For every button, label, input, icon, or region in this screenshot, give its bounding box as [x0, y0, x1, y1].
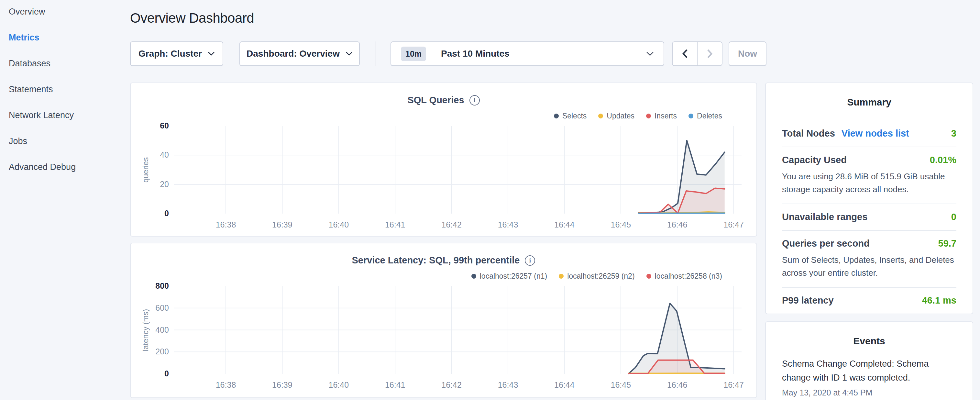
events-panel: Events Schema Change Completed: Schema c…: [765, 321, 973, 400]
time-forward-button[interactable]: [697, 42, 722, 65]
legend-label: Updates: [607, 112, 635, 120]
legend-item[interactable]: localhost:26257 (n1): [471, 272, 547, 280]
legend-dot: [646, 113, 651, 118]
graph-dropdown-label: Graph: Cluster: [138, 49, 202, 59]
y-axis-tick: 0: [131, 209, 169, 218]
summary-row-description: Sum of Selects, Updates, Inserts, and De…: [782, 253, 956, 279]
summary-row: P99 latency46.1 ms: [782, 287, 956, 314]
info-icon[interactable]: i: [469, 95, 480, 105]
legend-dot: [559, 274, 563, 279]
summary-row-top: Capacity Used0.01%: [782, 155, 956, 166]
x-axis-tick: 16:45: [611, 380, 631, 390]
x-axis-tick: 16:39: [272, 220, 293, 229]
view-nodes-link[interactable]: View nodes list: [842, 128, 909, 139]
summary-row: Total NodesView nodes list3: [782, 121, 956, 147]
legend-item[interactable]: Deletes: [689, 112, 722, 120]
summary-row: Capacity Used0.01%You are using 28.6 MiB…: [782, 147, 956, 204]
legend-item[interactable]: localhost:26258 (n3): [646, 272, 722, 280]
time-range-badge: 10m: [401, 46, 426, 61]
sidebar-item-databases[interactable]: Databases: [9, 59, 130, 68]
time-back-button[interactable]: [673, 42, 697, 65]
sidebar-item-jobs[interactable]: Jobs: [9, 137, 130, 146]
summary-row: Queries per second59.7Sum of Selects, Up…: [782, 230, 956, 287]
summary-row-label: Queries per second: [782, 238, 870, 249]
summary-row-label: Unavailable ranges: [782, 212, 867, 222]
chevron-right-icon: [706, 49, 713, 59]
legend-label: localhost:26257 (n1): [480, 272, 547, 280]
event-timestamp: May 13, 2020 at 4:45 PM: [782, 388, 956, 397]
sidebar-item-advanced-debug[interactable]: Advanced Debug: [9, 163, 130, 172]
x-axis-tick: 16:46: [667, 380, 687, 390]
summary-row-label: Total Nodes: [782, 128, 835, 139]
x-axis-tick: 16:46: [667, 220, 687, 229]
sql-queries-chart-card: SQL Queries i SelectsUpdatesInsertsDelet…: [130, 83, 757, 237]
legend-item[interactable]: localhost:26259 (n2): [559, 272, 635, 280]
legend-label: Inserts: [654, 112, 677, 120]
chevron-down-icon: [208, 51, 215, 56]
service-latency-chart-card: Service Latency: SQL, 99th percentile i …: [130, 243, 757, 398]
x-axis-tick: 16:39: [272, 380, 293, 390]
legend-label: Deletes: [697, 112, 722, 120]
legend-item[interactable]: Inserts: [646, 112, 677, 120]
chevron-left-icon: [682, 49, 688, 59]
x-axis-tick: 16:40: [329, 220, 349, 229]
x-axis-tick: 16:47: [724, 220, 744, 229]
sidebar-item-metrics[interactable]: Metrics: [9, 33, 130, 42]
dashboard-dropdown[interactable]: Dashboard: Overview: [239, 41, 360, 66]
summary-row-value: 3: [951, 128, 956, 139]
legend-dot: [471, 274, 476, 279]
x-axis-tick: 16:41: [385, 380, 406, 390]
legend-item[interactable]: Updates: [598, 112, 635, 120]
event-item[interactable]: Schema Change Completed: Schema change w…: [782, 357, 956, 397]
x-axis-tick: 16:44: [554, 220, 574, 229]
dashboard-dropdown-label: Dashboard: Overview: [247, 49, 340, 59]
y-axis-tick: 600: [131, 303, 169, 313]
chart-legend: localhost:26257 (n1)localhost:26259 (n2)…: [471, 272, 722, 280]
time-range-picker[interactable]: 10m Past 10 Minutes: [390, 41, 664, 66]
chart-plot-area[interactable]: [174, 286, 741, 374]
chart-title: SQL Queries: [407, 95, 464, 105]
y-axis-tick: 400: [131, 325, 169, 335]
graph-dropdown[interactable]: Graph: Cluster: [130, 41, 223, 66]
x-axis-tick: 16:42: [441, 220, 462, 229]
legend-label: Selects: [562, 112, 587, 120]
chart-plot-area[interactable]: [174, 126, 741, 214]
y-axis-tick: 20: [131, 179, 169, 189]
summary-row-label: Capacity Used: [782, 155, 847, 166]
sidebar-item-network-latency[interactable]: Network Latency: [9, 111, 130, 120]
summary-panel: Summary Total NodesView nodes list3Capac…: [765, 83, 973, 314]
x-axis-tick: 16:43: [498, 380, 518, 390]
summary-row-top: Unavailable ranges0: [782, 212, 956, 222]
x-axis-tick: 16:38: [216, 220, 236, 229]
time-step-buttons: [672, 41, 722, 66]
x-axis-tick: 16:43: [498, 220, 518, 229]
summary-row-value: 0: [951, 212, 956, 222]
x-axis-tick: 16:47: [724, 380, 744, 390]
legend-item[interactable]: Selects: [554, 112, 587, 120]
summary-row-value: 0.01%: [930, 155, 956, 166]
controls-divider: [375, 41, 376, 66]
legend-dot: [646, 274, 651, 279]
y-axis-tick: 40: [131, 150, 169, 160]
x-axis-tick: 16:44: [554, 380, 574, 390]
x-axis-tick: 16:38: [216, 380, 236, 390]
sidebar: OverviewMetricsDatabasesStatementsNetwor…: [0, 0, 130, 189]
x-axis-tick: 16:40: [329, 380, 349, 390]
summary-row-top: Total NodesView nodes list3: [782, 128, 956, 139]
y-axis-tick: 800: [131, 281, 169, 291]
summary-row-top: P99 latency46.1 ms: [782, 295, 956, 306]
y-axis-tick: 0: [131, 369, 169, 379]
sidebar-item-statements[interactable]: Statements: [9, 85, 130, 94]
event-text: Schema Change Completed: Schema change w…: [782, 357, 956, 385]
events-title: Events: [766, 336, 972, 347]
chart-title: Service Latency: SQL, 99th percentile: [352, 255, 520, 266]
x-axis-tick: 16:41: [385, 220, 406, 229]
sidebar-item-overview[interactable]: Overview: [9, 8, 130, 16]
y-axis-tick: 200: [131, 347, 169, 357]
info-icon[interactable]: i: [525, 255, 535, 266]
chevron-down-icon: [646, 51, 654, 56]
x-axis-tick: 16:45: [611, 220, 631, 229]
now-button[interactable]: Now: [729, 41, 767, 66]
legend-label: localhost:26259 (n2): [567, 272, 635, 280]
summary-title: Summary: [766, 97, 972, 108]
